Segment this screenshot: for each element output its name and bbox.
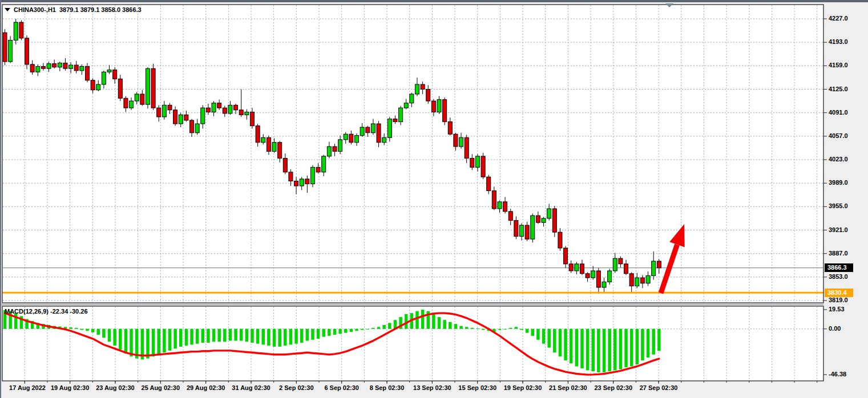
macd-histogram-bar bbox=[344, 329, 348, 333]
macd-histogram-bar bbox=[531, 329, 535, 336]
candle-bullish bbox=[591, 271, 595, 278]
candle-bearish bbox=[624, 264, 628, 274]
candle-bearish bbox=[640, 278, 644, 283]
macd-histogram-bar bbox=[454, 324, 458, 329]
candle-bullish bbox=[399, 108, 403, 121]
candle-bearish bbox=[30, 64, 34, 72]
macd-histogram-bar bbox=[647, 329, 650, 358]
candle-bearish bbox=[580, 264, 584, 274]
candle-bullish bbox=[80, 67, 84, 71]
macd-histogram-bar bbox=[630, 329, 633, 367]
candle-bearish bbox=[558, 232, 562, 248]
candle-bullish bbox=[547, 209, 551, 218]
time-axis-ticks bbox=[25, 381, 817, 384]
candle-bearish bbox=[525, 225, 529, 239]
mt4-chart-window: CHINA300-,H1 3879.1 3879.1 3858.0 3866.3… bbox=[0, 0, 868, 398]
candle-bullish bbox=[300, 179, 304, 186]
candle-bearish bbox=[157, 108, 161, 117]
candle-bearish bbox=[552, 209, 556, 232]
candle-bearish bbox=[118, 79, 122, 98]
candle-bullish bbox=[531, 216, 535, 239]
symbol-dropdown-icon[interactable] bbox=[5, 8, 10, 11]
macd-histogram-bar bbox=[273, 329, 276, 347]
macd-histogram-bar bbox=[608, 329, 611, 371]
time-axis-label: 27 Sep 02:30 bbox=[640, 384, 678, 391]
candle-bearish bbox=[448, 121, 452, 134]
macd-histogram-bar bbox=[415, 311, 419, 329]
candle-bearish bbox=[316, 167, 320, 172]
candle-bullish bbox=[646, 275, 650, 283]
macd-histogram-bar bbox=[361, 329, 364, 330]
macd-histogram-bar bbox=[476, 328, 479, 329]
macd-histogram-bar bbox=[520, 329, 523, 330]
macd-histogram-bar bbox=[108, 329, 111, 342]
support-line[interactable] bbox=[2, 292, 823, 294]
time-axis-label: 19 Aug 02:30 bbox=[51, 384, 89, 391]
candle-bearish bbox=[234, 105, 238, 109]
candle-bearish bbox=[3, 33, 7, 62]
candle-bullish bbox=[102, 72, 106, 84]
macd-histogram-bar bbox=[201, 329, 205, 343]
candle-bullish bbox=[327, 147, 331, 156]
candle-bearish bbox=[124, 98, 128, 108]
macd-histogram-bar bbox=[284, 329, 287, 346]
macd-histogram-bar bbox=[306, 329, 309, 341]
macd-histogram-bar bbox=[657, 329, 661, 351]
macd-histogram-bar bbox=[432, 314, 435, 329]
macd-histogram-bar bbox=[240, 329, 243, 341]
macd-histogram-bar bbox=[624, 329, 628, 367]
candle-bullish bbox=[14, 22, 18, 40]
macd-histogram-bar bbox=[80, 329, 84, 330]
ohlc-values-label: 3879.1 3879.1 3858.0 3866.3 bbox=[59, 6, 142, 13]
candle-bearish bbox=[74, 65, 78, 71]
candle-bullish bbox=[338, 140, 342, 152]
macd-histogram-bar bbox=[251, 329, 254, 343]
candle-bullish bbox=[360, 127, 364, 136]
macd-histogram-bar bbox=[86, 329, 89, 331]
macd-histogram-bar bbox=[603, 329, 606, 372]
candle-bearish bbox=[41, 67, 45, 69]
macd-histogram-bar bbox=[91, 329, 95, 332]
candle-bearish bbox=[503, 202, 507, 212]
macd-histogram-bar bbox=[229, 329, 232, 341]
macd-histogram-bar bbox=[163, 329, 166, 353]
candle-bullish bbox=[272, 143, 276, 152]
candle-bearish bbox=[190, 120, 194, 133]
candle-bullish bbox=[344, 134, 348, 140]
macd-histogram-bar bbox=[503, 329, 507, 330]
candle-bearish bbox=[481, 156, 485, 177]
macd-histogram-bar bbox=[245, 329, 249, 342]
macd-histogram-bar bbox=[559, 329, 562, 356]
candle-bearish bbox=[377, 124, 381, 143]
candle-bearish bbox=[431, 101, 435, 112]
time-axis-label: 31 Aug 02:30 bbox=[232, 384, 270, 391]
macd-histogram-bar bbox=[509, 328, 512, 329]
macd-histogram-bar bbox=[636, 329, 639, 364]
macd-histogram-bar bbox=[482, 329, 485, 330]
time-axis-label: 2 Sep 02:30 bbox=[279, 384, 314, 391]
macd-histogram-bar bbox=[586, 329, 590, 371]
candle-bearish bbox=[514, 221, 518, 237]
candle-bullish bbox=[69, 65, 73, 68]
symbol-title: CHINA300-,H1 3879.1 3879.1 3858.0 3866.3 bbox=[5, 6, 142, 13]
macd-histogram-bar bbox=[388, 323, 391, 328]
price-axis-label: 4159.0 bbox=[829, 62, 848, 68]
candle-bearish bbox=[184, 115, 188, 120]
chart-canvas[interactable] bbox=[0, 0, 868, 398]
candle-bullish bbox=[355, 136, 359, 143]
candle-bullish bbox=[613, 258, 617, 271]
time-axis-label: 21 Sep 02:30 bbox=[549, 384, 587, 391]
main-panel-background bbox=[2, 5, 823, 303]
candle-bearish bbox=[443, 100, 447, 122]
panel-separator[interactable] bbox=[0, 303, 823, 306]
candle-bearish bbox=[140, 94, 144, 104]
candle-bearish bbox=[294, 181, 298, 186]
macd-histogram-bar bbox=[267, 329, 271, 346]
macd-histogram-bar bbox=[421, 310, 425, 329]
price-axis-label: 3819.0 bbox=[829, 297, 848, 303]
price-axis-label: 4227.0 bbox=[829, 15, 848, 22]
time-axis-label: 23 Aug 02:30 bbox=[96, 384, 134, 391]
price-axis-label: 3989.0 bbox=[829, 179, 848, 186]
candle-bearish bbox=[250, 112, 254, 125]
candle-bullish bbox=[322, 156, 326, 172]
